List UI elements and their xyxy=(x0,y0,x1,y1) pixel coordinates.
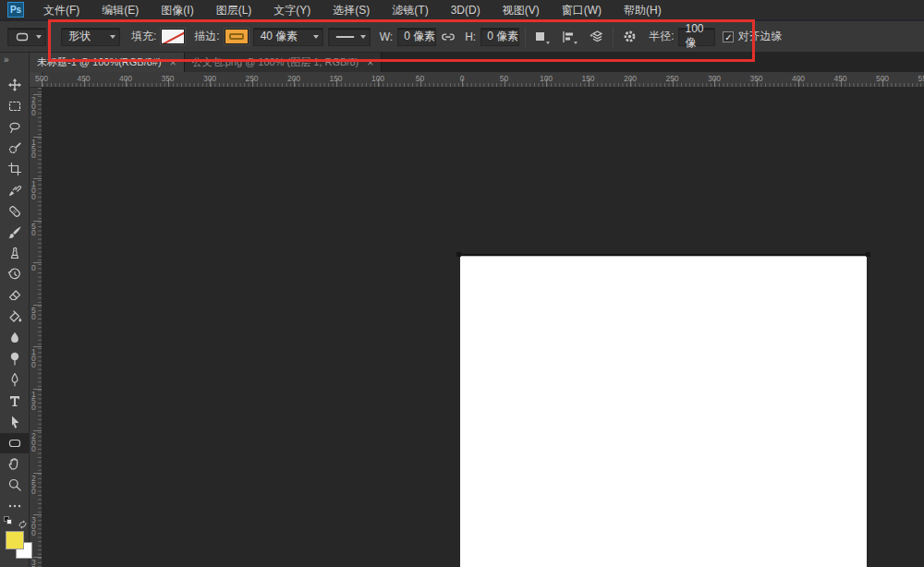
collapse-panel-button[interactable]: » xyxy=(0,53,29,71)
menu-bar: Ps 文件(F)编辑(E)图像(I)图层(L)文字(Y)选择(S)滤镜(T)3D… xyxy=(0,0,924,20)
v-ruler-label: 0 xyxy=(31,265,40,271)
align-edges-checkbox[interactable]: ✓ xyxy=(723,31,734,42)
v-ruler-label: 100 xyxy=(31,181,40,200)
document-tab-0[interactable]: 未标题-1 @ 100%(RGB/8#)× xyxy=(30,53,185,72)
document-canvas[interactable] xyxy=(460,256,867,567)
tab-close-icon[interactable]: × xyxy=(170,56,176,69)
chevron-down-icon xyxy=(574,42,578,44)
tool-mode-value: 形状 xyxy=(68,29,91,44)
menu-item-0[interactable]: 文件(F) xyxy=(32,0,91,20)
menu-item-4[interactable]: 文字(Y) xyxy=(262,0,322,20)
tab-title: 未标题-1 @ 100%(RGB/8#) xyxy=(37,55,162,69)
quick-select-tool[interactable] xyxy=(0,138,30,158)
h-ruler-label: 300 xyxy=(203,74,216,83)
h-ruler-label: 0 xyxy=(460,74,465,83)
h-ruler-label: 400 xyxy=(119,74,132,83)
shape-width-input[interactable]: 0 像素 xyxy=(397,28,436,46)
bucket-tool[interactable] xyxy=(0,307,30,327)
crop-tool[interactable] xyxy=(0,159,30,179)
menu-item-3[interactable]: 图层(L) xyxy=(205,0,263,20)
rounded-rectangle-tool[interactable] xyxy=(0,433,30,453)
zoom-tool[interactable] xyxy=(0,475,30,495)
v-ruler-label: 200 xyxy=(31,97,40,116)
corner-radius-input[interactable]: 100 像 xyxy=(678,28,715,46)
h-ruler-label: 550 xyxy=(918,74,924,83)
path-operations-button[interactable] xyxy=(531,27,552,47)
shape-height-input[interactable]: 0 像素 xyxy=(480,28,519,46)
h-ruler-label: 500 xyxy=(876,74,889,83)
h-ruler-label: 100 xyxy=(371,74,384,83)
chevron-down-icon xyxy=(110,35,116,39)
v-ruler-label: 50 xyxy=(31,308,40,320)
move-tool[interactable] xyxy=(0,75,30,95)
vertical-ruler: 20015010050050100150200250300350 xyxy=(30,88,43,567)
menu-item-6[interactable]: 滤镜(T) xyxy=(381,0,439,20)
stroke-width-input[interactable]: 40 像素 xyxy=(253,28,323,46)
tool-mode-dropdown[interactable]: 形状 xyxy=(61,28,120,46)
chevron-down-icon xyxy=(313,35,319,39)
pen-tool[interactable] xyxy=(0,369,30,390)
marquee-tool[interactable] xyxy=(0,96,30,116)
fill-label: 填充: xyxy=(131,29,156,44)
h-ruler-label: 250 xyxy=(665,74,678,83)
v-ruler-label: 100 xyxy=(31,349,40,368)
stroke-width-value: 40 像素 xyxy=(261,29,298,44)
stroke-color-swatch[interactable] xyxy=(225,29,249,44)
shape-height-value: 0 像素 xyxy=(487,29,518,44)
tab-close-icon[interactable]: × xyxy=(367,56,373,69)
more-tools[interactable] xyxy=(0,496,30,516)
chevron-down-icon xyxy=(360,35,366,39)
type-tool[interactable] xyxy=(0,391,30,411)
menu-item-2[interactable]: 图像(I) xyxy=(150,0,204,20)
dodge-tool[interactable] xyxy=(0,348,30,368)
menu-item-10[interactable]: 帮助(H) xyxy=(613,0,673,20)
lasso-tool[interactable] xyxy=(0,117,30,138)
document-tab-bar: 未标题-1 @ 100%(RGB/8#)×公文包.png @ 100% (图层 … xyxy=(30,53,924,72)
tool-preset-picker[interactable] xyxy=(7,28,46,46)
stamp-tool[interactable] xyxy=(0,243,30,263)
hand-tool[interactable] xyxy=(0,453,30,474)
blur-tool[interactable] xyxy=(0,328,30,348)
menu-item-5[interactable]: 选择(S) xyxy=(322,0,381,20)
healing-tool[interactable] xyxy=(0,201,30,222)
default-colors-icon[interactable] xyxy=(4,516,13,525)
shape-settings-gear-icon[interactable] xyxy=(619,27,639,47)
canvas-pasteboard xyxy=(43,88,924,567)
eyedropper-tool[interactable] xyxy=(0,180,30,200)
stroke-type-dropdown[interactable] xyxy=(328,28,371,46)
menu-item-7[interactable]: 3D(D) xyxy=(440,0,492,20)
tool-options-bar: 形状 填充: 描边: 40 像素 W: 0 像素 H: 0 像素 xyxy=(0,21,924,53)
fill-color-swatch[interactable] xyxy=(161,29,185,44)
h-ruler-label: 150 xyxy=(329,74,342,83)
brush-tool[interactable] xyxy=(0,223,30,243)
menu-item-1[interactable]: 编辑(E) xyxy=(91,0,150,20)
path-alignment-button[interactable] xyxy=(559,27,579,47)
select-arrow-tool[interactable] xyxy=(0,412,30,432)
menu-item-8[interactable]: 视图(V) xyxy=(492,0,551,20)
link-dimensions-icon[interactable] xyxy=(438,27,458,47)
history-tool[interactable] xyxy=(0,264,30,284)
tab-title: 公文包.png @ 100% (图层 1, RGB/8) xyxy=(192,55,359,69)
v-ruler-label: 300 xyxy=(31,517,40,537)
h-ruler-label: 150 xyxy=(581,74,594,83)
document-tab-1[interactable]: 公文包.png @ 100% (图层 1, RGB/8)× xyxy=(185,53,383,72)
v-ruler-label: 50 xyxy=(31,223,40,236)
h-ruler-label: 200 xyxy=(287,74,300,83)
h-ruler-label: 250 xyxy=(245,74,258,83)
h-ruler-label: 400 xyxy=(792,74,805,83)
menu-item-9[interactable]: 窗口(W) xyxy=(551,0,613,20)
rounded-rectangle-preset-icon xyxy=(15,30,30,44)
h-ruler-label: 450 xyxy=(833,74,846,83)
h-ruler-label: 300 xyxy=(708,74,721,83)
h-ruler-label: 50 xyxy=(416,74,424,83)
h-ruler-label: 500 xyxy=(35,74,48,83)
shape-width-value: 0 像素 xyxy=(404,29,435,44)
radius-label: 半径: xyxy=(649,29,674,44)
chevron-down-icon xyxy=(36,35,42,39)
path-arrangement-button[interactable] xyxy=(587,27,607,47)
menu-items: 文件(F)编辑(E)图像(I)图层(L)文字(Y)选择(S)滤镜(T)3D(D)… xyxy=(32,0,673,20)
eraser-tool[interactable] xyxy=(0,285,30,306)
v-ruler-label: 150 xyxy=(31,139,40,159)
foreground-color-swatch[interactable] xyxy=(6,531,24,549)
photoshop-logo-icon: Ps xyxy=(7,2,24,18)
